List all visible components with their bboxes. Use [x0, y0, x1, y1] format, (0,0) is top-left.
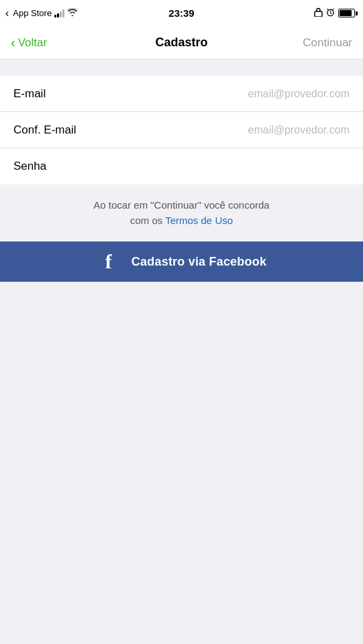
terms-link[interactable]: Termos de Uso: [165, 215, 233, 226]
wifi-icon: [67, 8, 78, 18]
confirm-email-label: Conf. E-mail: [13, 123, 76, 137]
back-label: Voltar: [18, 36, 47, 50]
email-field[interactable]: E-mail email@provedor.com: [0, 76, 363, 112]
terms-text-line2: com os: [130, 215, 165, 226]
status-right-icons: [314, 7, 355, 19]
terms-section: Ao tocar em "Continuar" você concorda co…: [0, 184, 363, 241]
status-time: 23:39: [168, 7, 194, 19]
svg-rect-0: [315, 11, 322, 17]
password-field[interactable]: Senha: [0, 148, 363, 184]
terms-text-line1: Ao tocar em "Continuar" você concorda: [93, 199, 269, 211]
confirm-email-input-placeholder: email@provedor.com: [248, 124, 350, 136]
alarm-icon: [326, 7, 335, 19]
page-title: Cadastro: [155, 36, 207, 50]
back-button[interactable]: ‹ Voltar: [11, 35, 47, 50]
bottom-area: [0, 282, 363, 543]
section-spacer-top: [0, 60, 363, 76]
status-back-arrow: ‹: [5, 7, 9, 19]
status-app-name: App Store: [13, 8, 52, 18]
battery-icon: [338, 9, 355, 17]
form-section: E-mail email@provedor.com Conf. E-mail e…: [0, 76, 363, 184]
status-left: ‹ App Store: [5, 7, 78, 19]
password-label: Senha: [13, 160, 46, 173]
facebook-button-label: Cadastro via Facebook: [132, 255, 266, 269]
facebook-button[interactable]: f Cadastro via Facebook: [0, 241, 363, 282]
facebook-icon: f: [97, 250, 121, 274]
terms-text: Ao tocar em "Continuar" você concorda co…: [20, 198, 343, 228]
email-input-placeholder: email@provedor.com: [248, 88, 350, 100]
continue-button[interactable]: Continuar: [303, 36, 352, 50]
lock-icon: [314, 7, 323, 19]
facebook-f-icon: f: [105, 252, 112, 272]
status-bar: ‹ App Store 23:39: [0, 0, 363, 26]
back-arrow-icon: ‹: [11, 35, 15, 50]
email-label: E-mail: [13, 87, 46, 101]
signal-bars-icon: [54, 9, 64, 17]
confirm-email-field[interactable]: Conf. E-mail email@provedor.com: [0, 112, 363, 148]
nav-bar: ‹ Voltar Cadastro Continuar: [0, 26, 363, 60]
